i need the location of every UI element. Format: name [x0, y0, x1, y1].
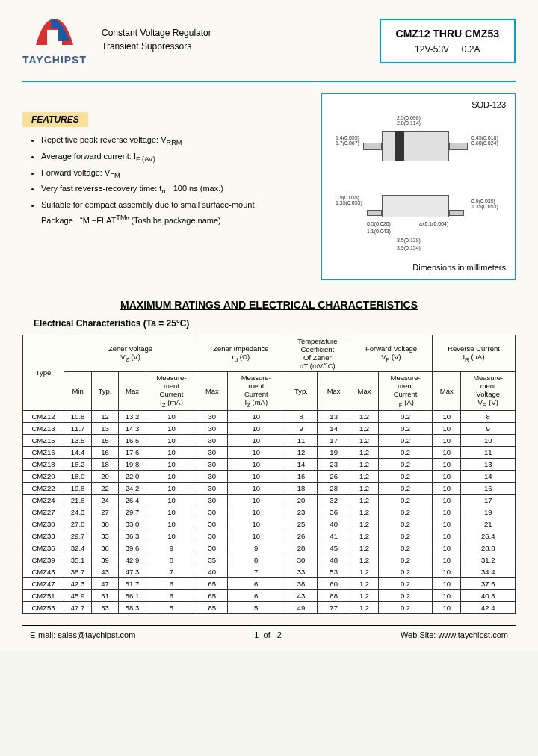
lead-right — [449, 143, 468, 150]
table-cell: 26.4 — [461, 530, 516, 542]
table-cell: 85 — [197, 601, 228, 613]
table-cell: CMZ18 — [23, 458, 64, 470]
brand-name: TAYCHIPST — [22, 54, 87, 66]
table-cell: 8 — [285, 410, 318, 422]
table-cell: 37.6 — [461, 577, 516, 589]
table-cell: 10.8 — [64, 410, 92, 422]
table-cell: 0.2 — [379, 482, 433, 494]
package-body-side — [382, 195, 449, 217]
table-cell: 8 — [227, 554, 285, 566]
table-cell: 30 — [197, 494, 228, 506]
table-cell: 16.2 — [64, 458, 92, 470]
table-cell: 18 — [285, 482, 318, 494]
table-cell: 1.2 — [350, 589, 378, 601]
table-cell: 28 — [285, 542, 318, 554]
table-cell: 11 — [461, 446, 516, 458]
table-cell: 10 — [146, 410, 197, 422]
table-cell: 30 — [197, 458, 228, 470]
table-row: CMZ1311.71314.31030109141.20.2109 — [23, 422, 516, 434]
table-cell: 16 — [461, 482, 516, 494]
datasheet-page: TAYCHIPST Constant Voltage Regulator Tra… — [0, 0, 538, 651]
table-cell: 0.2 — [379, 494, 433, 506]
table-cell: 12 — [91, 410, 118, 422]
feature-item: Suitable for compact assembly due to sma… — [41, 198, 306, 212]
table-cell: 10 — [433, 494, 461, 506]
product-description: Constant Voltage Regulator Transient Sup… — [102, 26, 365, 53]
table-cell: 10 — [146, 506, 197, 518]
table-cell: 5 — [227, 601, 285, 613]
table-row: CMZ1614.41617.610301012191.20.21011 — [23, 446, 516, 458]
section-title: MAXIMUM RATINGS AND ELECTRICAL CHARACTER… — [22, 299, 516, 311]
dim-body-height: 1.4(0.055) 1.7(0.067) — [336, 135, 359, 146]
dim-height2: 0.9(0.035) 1.35(0.053) — [471, 199, 498, 209]
dimensions-note: Dimensions in millimeters — [412, 263, 506, 272]
table-cell: 10 — [433, 458, 461, 470]
table-cell: 19.8 — [64, 482, 92, 494]
dim-lead: 0.5(0.020) — [367, 221, 391, 226]
table-cell: 30 — [197, 518, 228, 530]
col-if: Measure-mentCurrentIF (A) — [379, 372, 433, 411]
table-cell: 0.2 — [379, 434, 433, 446]
table-cell: 0.2 — [379, 542, 433, 554]
table-cell: 45.9 — [64, 589, 92, 601]
table-cell: CMZ12 — [23, 410, 64, 422]
table-body: CMZ1210.81213.21030108131.20.2108CMZ1311… — [23, 410, 516, 613]
col-iz: Measure-mentCurrentIZ (mA) — [227, 372, 285, 411]
table-cell: 28 — [318, 482, 350, 494]
table-cell: 8 — [461, 410, 516, 422]
table-cell: 16 — [285, 470, 318, 482]
table-cell: 10 — [433, 554, 461, 566]
package-type: SOD-123 — [471, 100, 506, 109]
table-cell: 10 — [146, 494, 197, 506]
dim-band: 0.45(0.018) 0.60(0.024) — [471, 135, 498, 146]
features-heading: FEATURES — [22, 112, 88, 127]
table-cell: CMZ47 — [23, 577, 64, 589]
table-cell: 30 — [285, 554, 318, 566]
table-row: CMZ2724.32729.710301023361.20.21019 — [23, 506, 516, 518]
table-cell: 10 — [433, 589, 461, 601]
table-row: CMZ4742.34751.7665638601.20.21037.6 — [23, 577, 516, 589]
col-typ: Typ. — [91, 372, 118, 411]
table-cell: 10 — [433, 601, 461, 613]
table-cell: 33 — [285, 566, 318, 577]
col-group-fwd: Forward VoltageVF (V) — [350, 335, 432, 372]
table-cell: 0.2 — [379, 589, 433, 601]
dim-leadw: 1.1(0.043) — [367, 229, 391, 234]
table-cell: 10 — [227, 410, 285, 422]
table-cell: 10 — [146, 530, 197, 542]
table-cell: 68 — [318, 589, 350, 601]
table-cell: 9 — [285, 422, 318, 434]
table-row: CMZ4338.74347.3740733531.20.21034.4 — [23, 566, 516, 577]
col-iz: Measure-mentCurrentIZ (mA) — [146, 372, 197, 411]
feature-item: Average forward current: IF (AV) — [41, 149, 306, 166]
table-cell: 10 — [146, 470, 197, 482]
table-cell: 1.2 — [350, 601, 378, 613]
table-cell: 10 — [433, 518, 461, 530]
table-cell: 6 — [146, 577, 197, 589]
table-cell: 0.2 — [379, 410, 433, 422]
table-cell: CMZ53 — [23, 601, 64, 613]
table-cell: 22 — [91, 482, 118, 494]
desc-line1: Constant Voltage Regulator — [102, 26, 365, 40]
table-cell: 40 — [318, 518, 350, 530]
table-cell: 16.5 — [119, 434, 146, 446]
table-cell: 1.2 — [350, 410, 378, 422]
table-cell: 0.2 — [379, 577, 433, 589]
table-row: CMZ2219.82224.210301018281.20.21016 — [23, 482, 516, 494]
table-cell: 40 — [197, 566, 228, 577]
table-cell: CMZ43 — [23, 566, 64, 577]
table-cell: CMZ51 — [23, 589, 64, 601]
table-cell: 6 — [227, 589, 285, 601]
table-cell: 1.2 — [350, 470, 378, 482]
table-cell: 38 — [285, 577, 318, 589]
table-cell: 47.3 — [119, 566, 146, 577]
table-cell: 27 — [91, 506, 118, 518]
table-cell: 30 — [197, 410, 228, 422]
table-cell: 13.2 — [119, 410, 146, 422]
table-cell: 0.2 — [379, 601, 433, 613]
col-typ: Typ. — [285, 372, 318, 411]
col-group-temp: TemperatureCoefficientOf ZenerαT (mV/°C) — [285, 335, 350, 372]
table-cell: CMZ36 — [23, 542, 64, 554]
table-cell: CMZ16 — [23, 446, 64, 458]
table-cell: 26.4 — [119, 494, 146, 506]
